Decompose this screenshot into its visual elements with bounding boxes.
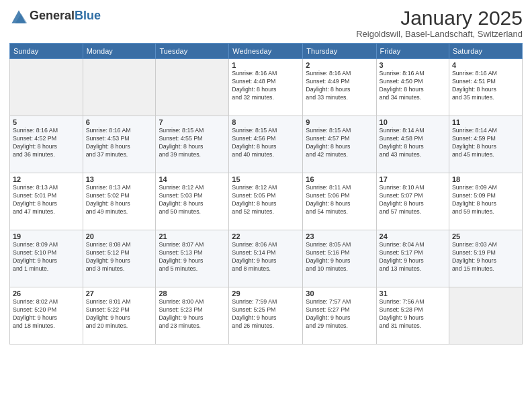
calendar-cell: 31Sunrise: 7:56 AM Sunset: 5:28 PM Dayli… [376, 287, 449, 345]
day-number: 3 [380, 61, 446, 69]
calendar-cell: 22Sunrise: 8:06 AM Sunset: 5:14 PM Dayli… [229, 230, 303, 287]
calendar-cell: 29Sunrise: 7:59 AM Sunset: 5:25 PM Dayli… [229, 287, 303, 345]
day-number: 22 [232, 232, 300, 240]
day-number: 11 [452, 118, 519, 126]
calendar-cell [156, 59, 229, 116]
calendar-cell: 13Sunrise: 8:13 AM Sunset: 5:02 PM Dayli… [83, 173, 156, 230]
calendar-cell: 10Sunrise: 8:14 AM Sunset: 4:58 PM Dayli… [376, 116, 449, 173]
calendar-cell: 9Sunrise: 8:15 AM Sunset: 4:57 PM Daylig… [303, 116, 376, 173]
day-number: 10 [380, 118, 446, 126]
col-header-thursday: Thursday [303, 44, 376, 59]
logo-blue: Blue [75, 9, 101, 23]
day-number: 23 [306, 232, 373, 240]
calendar-cell: 27Sunrise: 8:01 AM Sunset: 5:22 PM Dayli… [83, 287, 156, 345]
day-number: 31 [380, 289, 446, 298]
calendar-cell: 15Sunrise: 8:12 AM Sunset: 5:05 PM Dayli… [229, 173, 303, 230]
calendar-cell: 3Sunrise: 8:16 AM Sunset: 4:50 PM Daylig… [376, 59, 449, 116]
calendar-cell: 30Sunrise: 7:57 AM Sunset: 5:27 PM Dayli… [303, 287, 376, 345]
calendar-cell [449, 287, 522, 345]
calendar-cell: 24Sunrise: 8:04 AM Sunset: 5:17 PM Dayli… [376, 230, 449, 287]
day-info: Sunrise: 8:14 AM Sunset: 4:58 PM Dayligh… [380, 127, 446, 159]
day-info: Sunrise: 8:16 AM Sunset: 4:52 PM Dayligh… [13, 127, 80, 159]
day-info: Sunrise: 8:01 AM Sunset: 5:22 PM Dayligh… [86, 298, 153, 330]
calendar-header-row: SundayMondayTuesdayWednesdayThursdayFrid… [10, 44, 523, 59]
day-number: 15 [232, 175, 300, 183]
calendar-cell: 28Sunrise: 8:00 AM Sunset: 5:23 PM Dayli… [156, 287, 229, 345]
day-info: Sunrise: 8:08 AM Sunset: 5:12 PM Dayligh… [86, 241, 153, 273]
day-info: Sunrise: 8:14 AM Sunset: 4:59 PM Dayligh… [452, 127, 519, 159]
logo-text: GeneralBlue [30, 9, 101, 23]
calendar-cell: 12Sunrise: 8:13 AM Sunset: 5:01 PM Dayli… [10, 173, 83, 230]
location-title: Reigoldswil, Basel-Landschaft, Switzerla… [356, 29, 523, 39]
calendar-week-4: 19Sunrise: 8:09 AM Sunset: 5:10 PM Dayli… [10, 230, 523, 287]
day-info: Sunrise: 8:13 AM Sunset: 5:02 PM Dayligh… [86, 184, 153, 216]
calendar-cell: 4Sunrise: 8:16 AM Sunset: 4:51 PM Daylig… [449, 59, 522, 116]
calendar-cell: 23Sunrise: 8:05 AM Sunset: 5:16 PM Dayli… [303, 230, 376, 287]
day-number: 19 [13, 232, 80, 240]
day-number: 5 [13, 118, 80, 126]
day-number: 9 [306, 118, 373, 126]
day-info: Sunrise: 8:03 AM Sunset: 5:19 PM Dayligh… [452, 241, 519, 273]
calendar-cell: 7Sunrise: 8:15 AM Sunset: 4:55 PM Daylig… [156, 116, 229, 173]
day-info: Sunrise: 8:12 AM Sunset: 5:03 PM Dayligh… [159, 184, 226, 216]
day-number: 27 [86, 289, 153, 298]
day-number: 16 [306, 175, 373, 183]
day-info: Sunrise: 8:16 AM Sunset: 4:53 PM Dayligh… [86, 127, 153, 159]
calendar-cell: 20Sunrise: 8:08 AM Sunset: 5:12 PM Dayli… [83, 230, 156, 287]
logo-general: General [30, 9, 75, 23]
calendar-cell: 1Sunrise: 8:16 AM Sunset: 4:48 PM Daylig… [229, 59, 303, 116]
day-info: Sunrise: 8:07 AM Sunset: 5:13 PM Dayligh… [159, 241, 226, 273]
day-number: 14 [159, 175, 226, 183]
day-info: Sunrise: 7:59 AM Sunset: 5:25 PM Dayligh… [232, 298, 300, 330]
calendar-cell: 21Sunrise: 8:07 AM Sunset: 5:13 PM Dayli… [156, 230, 229, 287]
day-number: 8 [232, 118, 300, 126]
day-number: 30 [306, 289, 373, 298]
day-info: Sunrise: 8:11 AM Sunset: 5:06 PM Dayligh… [306, 184, 373, 216]
header: GeneralBlue January 2025 Reigoldswil, Ba… [9, 7, 523, 39]
day-number: 24 [380, 232, 446, 240]
day-info: Sunrise: 8:04 AM Sunset: 5:17 PM Dayligh… [380, 241, 446, 273]
day-info: Sunrise: 8:12 AM Sunset: 5:05 PM Dayligh… [232, 184, 300, 216]
day-number: 6 [86, 118, 153, 126]
calendar-cell: 11Sunrise: 8:14 AM Sunset: 4:59 PM Dayli… [449, 116, 522, 173]
day-number: 4 [452, 61, 519, 69]
day-info: Sunrise: 7:57 AM Sunset: 5:27 PM Dayligh… [306, 298, 373, 330]
day-number: 1 [232, 61, 300, 69]
day-number: 12 [13, 175, 80, 183]
calendar-cell: 26Sunrise: 8:02 AM Sunset: 5:20 PM Dayli… [10, 287, 83, 345]
calendar-cell [83, 59, 156, 116]
day-number: 2 [306, 61, 373, 69]
day-number: 17 [380, 175, 446, 183]
day-info: Sunrise: 8:15 AM Sunset: 4:55 PM Dayligh… [159, 127, 226, 159]
day-info: Sunrise: 8:16 AM Sunset: 4:51 PM Dayligh… [452, 70, 519, 102]
day-number: 25 [452, 232, 519, 240]
calendar-week-1: 1Sunrise: 8:16 AM Sunset: 4:48 PM Daylig… [10, 59, 523, 116]
day-info: Sunrise: 8:15 AM Sunset: 4:56 PM Dayligh… [232, 127, 300, 159]
calendar-table: SundayMondayTuesdayWednesdayThursdayFrid… [9, 43, 523, 345]
day-number: 20 [86, 232, 153, 240]
logo-area: GeneralBlue [9, 7, 101, 26]
calendar-cell: 17Sunrise: 8:10 AM Sunset: 5:07 PM Dayli… [376, 173, 449, 230]
calendar-cell: 5Sunrise: 8:16 AM Sunset: 4:52 PM Daylig… [10, 116, 83, 173]
day-info: Sunrise: 8:00 AM Sunset: 5:23 PM Dayligh… [159, 298, 226, 330]
day-info: Sunrise: 8:16 AM Sunset: 4:49 PM Dayligh… [306, 70, 373, 102]
col-header-tuesday: Tuesday [156, 44, 229, 59]
calendar-cell: 16Sunrise: 8:11 AM Sunset: 5:06 PM Dayli… [303, 173, 376, 230]
calendar-cell: 8Sunrise: 8:15 AM Sunset: 4:56 PM Daylig… [229, 116, 303, 173]
calendar-cell: 25Sunrise: 8:03 AM Sunset: 5:19 PM Dayli… [449, 230, 522, 287]
calendar-week-5: 26Sunrise: 8:02 AM Sunset: 5:20 PM Dayli… [10, 287, 523, 345]
day-info: Sunrise: 8:05 AM Sunset: 5:16 PM Dayligh… [306, 241, 373, 273]
day-info: Sunrise: 8:15 AM Sunset: 4:57 PM Dayligh… [306, 127, 373, 159]
day-info: Sunrise: 8:16 AM Sunset: 4:48 PM Dayligh… [232, 70, 300, 102]
month-title: January 2025 [356, 7, 523, 29]
day-info: Sunrise: 8:09 AM Sunset: 5:09 PM Dayligh… [452, 184, 519, 216]
col-header-friday: Friday [376, 44, 449, 59]
col-header-wednesday: Wednesday [229, 44, 303, 59]
calendar-cell: 19Sunrise: 8:09 AM Sunset: 5:10 PM Dayli… [10, 230, 83, 287]
page: GeneralBlue January 2025 Reigoldswil, Ba… [0, 0, 532, 411]
day-number: 13 [86, 175, 153, 183]
day-info: Sunrise: 7:56 AM Sunset: 5:28 PM Dayligh… [380, 298, 446, 330]
day-number: 21 [159, 232, 226, 240]
calendar-cell: 2Sunrise: 8:16 AM Sunset: 4:49 PM Daylig… [303, 59, 376, 116]
title-area: January 2025 Reigoldswil, Basel-Landscha… [356, 7, 523, 39]
